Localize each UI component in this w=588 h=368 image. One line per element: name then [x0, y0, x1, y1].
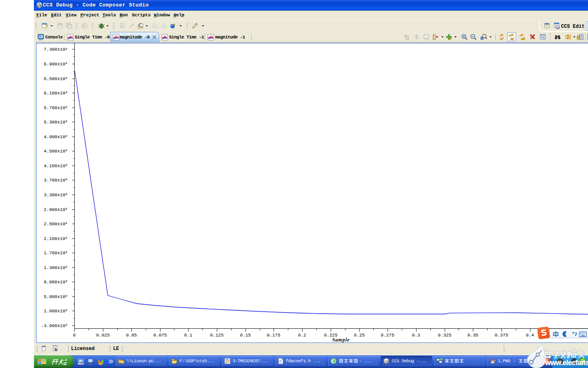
svg-text:5.700x10: 5.700x10 [44, 105, 65, 110]
svg-text:3: 3 [65, 294, 67, 298]
svg-text:4: 4 [65, 177, 67, 181]
svg-text:0.075: 0.075 [153, 333, 167, 338]
svg-text:1.700x10: 1.700x10 [44, 251, 65, 256]
svg-text:4.500x10: 4.500x10 [44, 149, 65, 154]
svg-text:6.500x10: 6.500x10 [44, 76, 65, 81]
svg-text:5.000x10: 5.000x10 [44, 294, 65, 299]
svg-text:4: 4 [65, 47, 67, 51]
svg-text:9.000x10: 9.000x10 [44, 280, 65, 285]
svg-text:0.175: 0.175 [267, 333, 280, 338]
svg-text:6.900x10: 6.900x10 [44, 62, 65, 67]
svg-text:0.4: 0.4 [526, 333, 534, 338]
svg-text:4.900x10: 4.900x10 [44, 135, 65, 139]
svg-text:0.325: 0.325 [438, 333, 451, 338]
svg-text:Sample: Sample [332, 337, 350, 343]
svg-text:0.025: 0.025 [96, 333, 109, 338]
svg-text:0.3: 0.3 [412, 333, 420, 338]
svg-text:4: 4 [65, 90, 67, 94]
svg-text:4: 4 [65, 76, 67, 80]
svg-text:4: 4 [65, 207, 67, 211]
svg-text:4: 4 [65, 250, 67, 254]
svg-text:0.1: 0.1 [184, 333, 192, 338]
svg-text:1.300x10: 1.300x10 [44, 265, 65, 270]
svg-text:0.35: 0.35 [468, 333, 478, 338]
svg-text:0.25: 0.25 [354, 333, 365, 338]
svg-text:4: 4 [65, 265, 67, 269]
svg-text:3.300x10: 3.300x10 [44, 193, 65, 197]
svg-text:7.300x10: 7.300x10 [44, 47, 65, 52]
svg-text:0.275: 0.275 [381, 333, 394, 338]
svg-text:0.05: 0.05 [126, 333, 137, 338]
svg-text:4: 4 [65, 221, 67, 225]
svg-text:www.elecfans.com: www.elecfans.com [545, 359, 588, 367]
svg-text:2.500x10: 2.500x10 [44, 222, 65, 227]
svg-text:2.900x10: 2.900x10 [44, 207, 65, 212]
svg-text:0.15: 0.15 [240, 333, 251, 338]
svg-text:0: 0 [73, 333, 76, 338]
svg-text:2.100x10: 2.100x10 [44, 236, 65, 241]
svg-text:4: 4 [65, 119, 67, 123]
svg-text:0.375: 0.375 [494, 333, 508, 338]
svg-text:6.100x10: 6.100x10 [44, 91, 65, 96]
svg-text:4: 4 [65, 134, 67, 138]
svg-text:4.100x10: 4.100x10 [44, 164, 65, 168]
svg-text:0.125: 0.125 [210, 333, 223, 338]
svg-text:4: 4 [65, 163, 67, 167]
svg-text:3: 3 [65, 279, 67, 283]
svg-text:4: 4 [65, 105, 67, 109]
svg-text:5.300x10: 5.300x10 [44, 120, 65, 125]
svg-text:3.700x10: 3.700x10 [44, 178, 65, 183]
svg-text:1.000x10: 1.000x10 [44, 309, 65, 314]
svg-text:3: 3 [65, 308, 67, 312]
svg-text:4: 4 [65, 148, 67, 152]
svg-text:0.2: 0.2 [298, 333, 306, 338]
svg-text:4: 4 [65, 192, 67, 196]
svg-text:-3.000x10: -3.000x10 [41, 323, 65, 328]
svg-text:4: 4 [65, 61, 67, 65]
svg-text:4: 4 [65, 236, 67, 240]
svg-text:3: 3 [65, 323, 67, 327]
